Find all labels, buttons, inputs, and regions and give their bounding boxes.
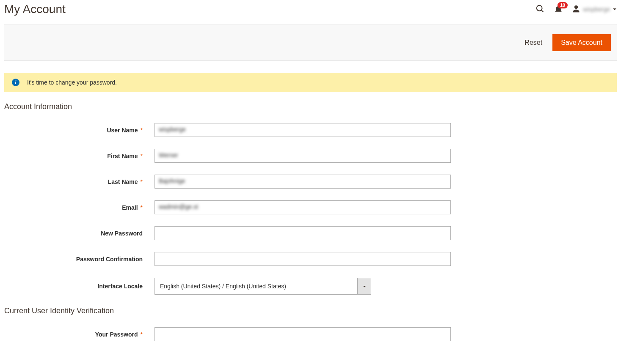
firstname-input[interactable]: [155, 149, 451, 163]
row-new-password: New Password: [4, 226, 617, 240]
lastname-input[interactable]: [155, 175, 451, 189]
search-icon: [535, 8, 545, 15]
section-identity-title: Current User Identity Verification: [4, 307, 617, 315]
user-icon: [572, 5, 580, 14]
email-input[interactable]: [155, 200, 451, 214]
reset-button[interactable]: Reset: [524, 39, 542, 47]
locale-select-value: English (United States) / English (Unite…: [155, 278, 357, 295]
locale-select[interactable]: English (United States) / English (Unite…: [155, 278, 371, 295]
your-password-input[interactable]: [155, 327, 451, 341]
user-display-name: wispberge: [583, 6, 610, 13]
row-email: Email wadmin@ge.st: [4, 200, 617, 214]
label-locale: Interface Locale: [4, 283, 155, 290]
row-your-password: Your Password: [4, 327, 617, 341]
svg-point-0: [537, 5, 542, 11]
save-account-button[interactable]: Save Account: [552, 34, 611, 51]
label-lastname: Last Name: [4, 178, 155, 185]
row-firstname: First Name Werner: [4, 149, 617, 163]
notifications-button[interactable]: 10: [554, 5, 563, 14]
row-username: User Name wispberge: [4, 123, 617, 137]
page-title: My Account: [4, 3, 66, 16]
label-firstname: First Name: [4, 153, 155, 159]
username-input[interactable]: [155, 123, 451, 137]
notice-banner: i It's time to change your password.: [4, 73, 617, 92]
search-button[interactable]: [535, 4, 545, 15]
caret-down-icon: [363, 283, 366, 290]
label-email: Email: [4, 204, 155, 211]
page-header: My Account 10 wispberge: [4, 0, 617, 25]
user-menu[interactable]: wispberge: [572, 5, 617, 14]
label-username: User Name: [4, 127, 155, 134]
caret-down-icon: [613, 6, 617, 13]
locale-select-trigger[interactable]: [357, 278, 371, 295]
row-lastname: Last Name Bajohnige: [4, 175, 617, 189]
notification-badge: 10: [558, 2, 568, 8]
section-account-info-title: Account Information: [4, 102, 617, 111]
header-actions: 10 wispberge: [535, 4, 617, 15]
row-locale: Interface Locale English (United States)…: [4, 278, 617, 295]
password-confirm-input[interactable]: [155, 252, 451, 266]
label-new-password: New Password: [4, 230, 155, 237]
label-your-password: Your Password: [4, 331, 155, 338]
bell-icon: [554, 8, 563, 14]
action-bar: Reset Save Account: [4, 25, 617, 61]
notice-text: It's time to change your password.: [27, 79, 117, 86]
svg-line-1: [541, 10, 544, 12]
info-icon: i: [12, 79, 19, 86]
label-password-confirm: Password Confirmation: [4, 256, 155, 263]
new-password-input[interactable]: [155, 226, 451, 240]
row-password-confirm: Password Confirmation: [4, 252, 617, 266]
